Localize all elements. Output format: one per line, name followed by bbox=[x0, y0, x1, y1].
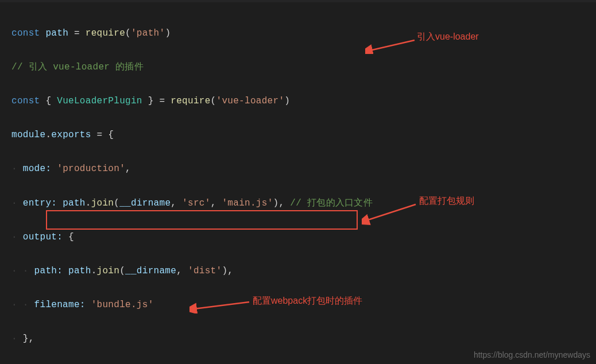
breadcrumb-bar bbox=[0, 0, 596, 2]
code-line: · entry: path.join(__dirname, 'src', 'ma… bbox=[11, 195, 585, 212]
code-line: · }, bbox=[11, 331, 585, 348]
code-line: · mode: 'production', bbox=[11, 161, 585, 178]
code-line: · · path: path.join(__dirname, 'dist'), bbox=[11, 263, 585, 280]
code-line: module.exports = { bbox=[11, 127, 585, 144]
code-line: const path = require('path') bbox=[11, 25, 585, 42]
annotation-label: 配置打包规则 bbox=[419, 195, 474, 207]
code-line: const { VueLoaderPlugin } = require('vue… bbox=[11, 93, 585, 110]
annotation-label: 配置webpack打包时的插件 bbox=[253, 295, 362, 307]
code-line: // 引入 vue-loader 的插件 bbox=[11, 59, 585, 76]
watermark: https://blog.csdn.net/mynewdays bbox=[474, 350, 590, 359]
code-editor[interactable]: const path = require('path') // 引入 vue-l… bbox=[0, 0, 596, 364]
code-line: · output: { bbox=[11, 229, 585, 246]
annotation-label: 引入vue-loader bbox=[417, 31, 479, 43]
